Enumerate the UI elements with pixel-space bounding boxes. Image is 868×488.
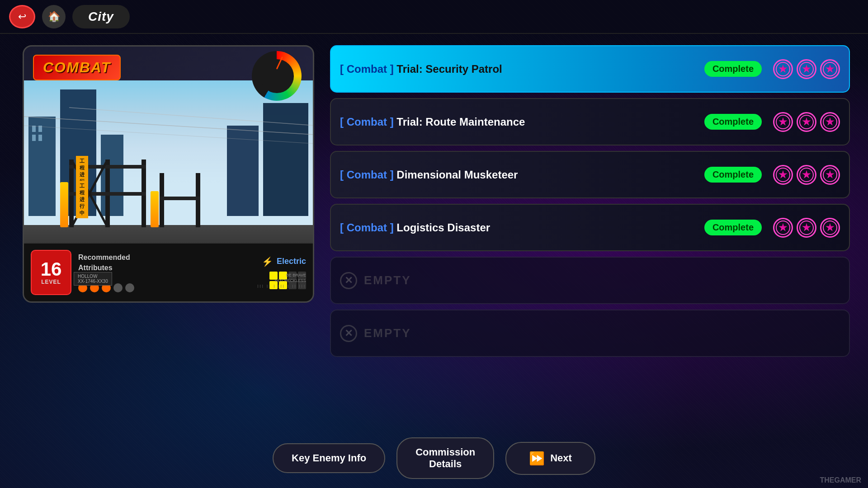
main-content: ↩ 🏠 City COMBAT [0,0,868,488]
pole-1 [60,182,68,227]
back-icon: ↩ [18,11,26,23]
mission-item-1[interactable]: [ Combat ] Trial: Security Patrol Comple… [330,45,850,93]
hollow-tag: HOLLOW XX-1746-XX30 [74,272,112,286]
stars-4 [773,218,840,238]
element-label: Electric [277,257,306,266]
empty-text-1: EMPTY [364,273,411,287]
pole-2 [151,191,159,227]
mission-name-3: Dimensional Musketeer [396,169,518,181]
star-4-2 [797,218,816,238]
level-text: LEVEL [41,279,61,285]
mission-item-2[interactable]: [ Combat ] Trial: Route Maintenance Comp… [330,98,850,145]
gauge-inner [260,59,294,93]
star-2-3 [820,112,840,132]
star-1-1 [773,59,793,79]
star-1-3 [820,59,840,79]
star-4-3 [820,218,840,238]
empty-text-2: EMPTY [364,326,411,340]
mission-name-2: Trial: Route Maintenance [396,116,525,128]
star-4-1 [773,218,793,238]
mission-prefix-4: [ Combat ] [340,221,394,234]
barcode-lines: ||| || | ||| | || ||| [257,284,306,288]
mission-prefix-3: [ Combat ] [340,169,394,181]
next-arrow-icon: ⏩ [529,451,545,466]
city-scene: 工程进行中 工程进行中 [24,80,313,252]
mission-prefix-1: [ Combat ] [340,63,394,75]
empty-x-1: ✕ [340,272,357,289]
complete-badge-2: Complete [704,114,762,130]
star-2-2 [797,112,816,132]
star-1-2 [797,59,816,79]
empty-x-2: ✕ [340,325,357,342]
mission-item-6[interactable]: ✕ EMPTY [330,310,850,357]
rec-attributes: Recommended Attributes [78,253,255,273]
gauge-needle [276,56,283,69]
missions-panel: [ Combat ] Trial: Security Patrol Comple… [330,45,850,357]
mission-name-4: Logistics Disaster [396,221,490,234]
next-label: Next [550,452,572,464]
star-2-1 [773,112,793,132]
warning-sign-2: 工程进行中 [76,181,88,218]
combat-label: COMBAT [33,55,121,80]
home-button[interactable]: 🏠 [42,5,66,28]
stars-2 [773,112,840,132]
stars-1 [773,59,840,79]
gauge-circle [252,51,302,101]
barcode-text: BE BRAVENOT RECKLESS [275,273,306,283]
element-info: ⚡ Electric [262,256,306,267]
mission-title-4: [ Combat ] Logistics Disaster [340,221,704,235]
mission-item-3[interactable]: [ Combat ] Dimensional Musketeer Complet… [330,151,850,198]
star-3-3 [820,165,840,185]
mission-item-4[interactable]: [ Combat ] Logistics Disaster Complete [330,204,850,251]
complete-badge-1: Complete [704,61,762,77]
barcode: BE BRAVENOT RECKLESS ||| || | ||| | || |… [257,272,306,288]
back-button[interactable]: ↩ [9,5,35,28]
star-3-1 [773,165,793,185]
star-3-2 [797,165,816,185]
city-label: City [72,5,130,28]
svg-line-2 [69,108,313,126]
stars-3 [773,165,840,185]
gauge [252,51,306,105]
level-badge: 16 LEVEL [31,250,71,295]
mission-title-1: [ Combat ] Trial: Security Patrol [340,62,704,76]
commission-details-button[interactable]: Commission Details [396,437,494,479]
svg-line-0 [24,117,313,135]
next-button[interactable]: ⏩ Next [505,442,595,475]
mission-prefix-2: [ Combat ] [340,116,394,128]
commission-line2: Details [429,458,462,469]
mission-title-2: [ Combat ] Trial: Route Maintenance [340,115,704,129]
card-outer: COMBAT [23,45,314,303]
key-enemy-info-button[interactable]: Key Enemy Info [273,443,385,473]
level-number: 16 [41,260,62,279]
dot-4 [113,283,123,292]
electric-icon: ⚡ [262,256,273,267]
mission-item-5[interactable]: ✕ EMPTY [330,257,850,304]
watermark: THEGAMER [820,476,861,484]
mission-title-3: [ Combat ] Dimensional Musketeer [340,168,704,182]
bottom-bar: Key Enemy Info Commission Details ⏩ Next [0,437,868,479]
top-bar: ↩ 🏠 City [0,0,868,34]
mission-card: COMBAT [23,45,314,303]
complete-badge-3: Complete [704,167,762,183]
dot-5 [125,283,134,292]
commission-line1: Commission [415,446,475,458]
svg-line-1 [24,126,313,144]
home-icon: 🏠 [48,11,60,23]
complete-badge-4: Complete [704,220,762,235]
mission-name-1: Trial: Security Patrol [396,63,502,75]
